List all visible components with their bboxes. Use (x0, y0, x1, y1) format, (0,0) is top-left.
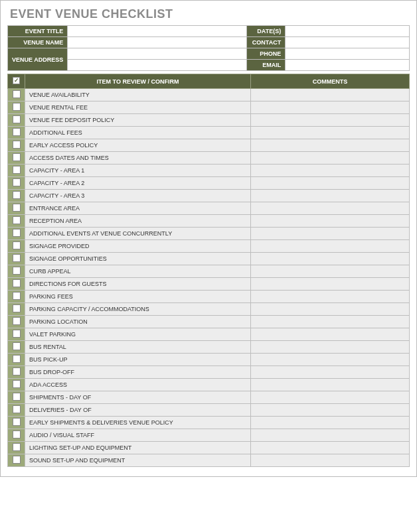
row-comment[interactable] (251, 101, 410, 114)
checkbox-icon[interactable] (13, 241, 21, 249)
row-comment[interactable] (251, 89, 410, 101)
row-checkbox[interactable] (8, 202, 25, 215)
row-comment[interactable] (251, 341, 410, 354)
row-checkbox[interactable] (8, 379, 25, 391)
checkbox-icon[interactable] (13, 355, 21, 363)
check-all-icon[interactable] (13, 77, 20, 84)
row-comment[interactable] (251, 366, 410, 379)
checkbox-icon[interactable] (13, 166, 21, 174)
checkbox-icon[interactable] (13, 229, 21, 237)
row-checkbox[interactable] (8, 341, 25, 354)
row-checkbox[interactable] (8, 278, 25, 291)
row-comment[interactable] (251, 202, 410, 215)
email-field[interactable] (286, 60, 410, 71)
row-comment[interactable] (251, 429, 410, 442)
row-comment[interactable] (251, 278, 410, 291)
row-comment[interactable] (251, 127, 410, 139)
row-checkbox[interactable] (8, 165, 25, 177)
row-comment[interactable] (251, 404, 410, 417)
row-comment[interactable] (251, 354, 410, 366)
row-checkbox[interactable] (8, 454, 25, 467)
row-checkbox[interactable] (8, 215, 25, 228)
event-title-field[interactable] (68, 26, 247, 37)
row-comment[interactable] (251, 417, 410, 429)
checkbox-icon[interactable] (13, 431, 21, 438)
row-checkbox[interactable] (8, 177, 25, 190)
checkbox-icon[interactable] (13, 115, 21, 123)
venue-address-field-1[interactable] (68, 48, 247, 60)
row-comment[interactable] (251, 177, 410, 190)
checkbox-icon[interactable] (13, 405, 21, 413)
checkbox-icon[interactable] (13, 317, 21, 325)
row-comment[interactable] (251, 190, 410, 202)
checkbox-icon[interactable] (13, 204, 21, 212)
row-checkbox[interactable] (8, 139, 25, 152)
row-comment[interactable] (251, 291, 410, 303)
row-comment[interactable] (251, 139, 410, 152)
checkbox-icon[interactable] (13, 267, 21, 275)
row-checkbox[interactable] (8, 417, 25, 429)
row-comment[interactable] (251, 253, 410, 265)
row-checkbox[interactable] (8, 101, 25, 114)
row-checkbox[interactable] (8, 354, 25, 366)
checkbox-icon[interactable] (13, 191, 21, 199)
row-checkbox[interactable] (8, 190, 25, 202)
checkbox-icon[interactable] (13, 304, 21, 312)
venue-address-field-2[interactable] (68, 60, 247, 71)
row-checkbox[interactable] (8, 152, 25, 165)
row-checkbox[interactable] (8, 404, 25, 417)
row-comment[interactable] (251, 240, 410, 253)
row-checkbox[interactable] (8, 303, 25, 316)
row-checkbox[interactable] (8, 265, 25, 278)
checkbox-icon[interactable] (13, 178, 21, 186)
checkbox-icon[interactable] (13, 279, 21, 287)
row-checkbox[interactable] (8, 316, 25, 328)
checkbox-icon[interactable] (13, 90, 21, 98)
checkbox-icon[interactable] (13, 418, 21, 426)
row-comment[interactable] (251, 391, 410, 404)
header-check[interactable] (8, 74, 25, 89)
row-comment[interactable] (251, 303, 410, 316)
checkbox-icon[interactable] (13, 153, 21, 161)
row-checkbox[interactable] (8, 391, 25, 404)
checkbox-icon[interactable] (13, 292, 21, 300)
row-checkbox[interactable] (8, 253, 25, 265)
row-checkbox[interactable] (8, 89, 25, 101)
row-comment[interactable] (251, 152, 410, 165)
row-comment[interactable] (251, 114, 410, 127)
row-checkbox[interactable] (8, 291, 25, 303)
contact-field[interactable] (286, 37, 410, 48)
row-comment[interactable] (251, 265, 410, 278)
checkbox-icon[interactable] (13, 128, 21, 136)
checkbox-icon[interactable] (13, 342, 21, 350)
row-comment[interactable] (251, 442, 410, 454)
row-checkbox[interactable] (8, 366, 25, 379)
row-checkbox[interactable] (8, 429, 25, 442)
venue-name-field[interactable] (68, 37, 247, 48)
dates-field[interactable] (286, 26, 410, 37)
row-checkbox[interactable] (8, 114, 25, 127)
phone-field[interactable] (286, 48, 410, 60)
checkbox-icon[interactable] (13, 216, 21, 224)
checkbox-icon[interactable] (13, 103, 21, 111)
checkbox-icon[interactable] (13, 330, 21, 338)
checkbox-icon[interactable] (13, 254, 21, 262)
row-comment[interactable] (251, 165, 410, 177)
row-checkbox[interactable] (8, 240, 25, 253)
checkbox-icon[interactable] (13, 393, 21, 401)
row-checkbox[interactable] (8, 442, 25, 454)
row-checkbox[interactable] (8, 127, 25, 139)
checkbox-icon[interactable] (13, 456, 21, 464)
checkbox-icon[interactable] (13, 141, 21, 149)
checkbox-icon[interactable] (13, 367, 21, 375)
row-comment[interactable] (251, 379, 410, 391)
row-checkbox[interactable] (8, 228, 25, 240)
row-comment[interactable] (251, 328, 410, 341)
row-comment[interactable] (251, 228, 410, 240)
row-comment[interactable] (251, 215, 410, 228)
row-comment[interactable] (251, 316, 410, 328)
checkbox-icon[interactable] (13, 443, 21, 451)
checkbox-icon[interactable] (13, 380, 21, 388)
row-comment[interactable] (251, 454, 410, 467)
row-checkbox[interactable] (8, 328, 25, 341)
